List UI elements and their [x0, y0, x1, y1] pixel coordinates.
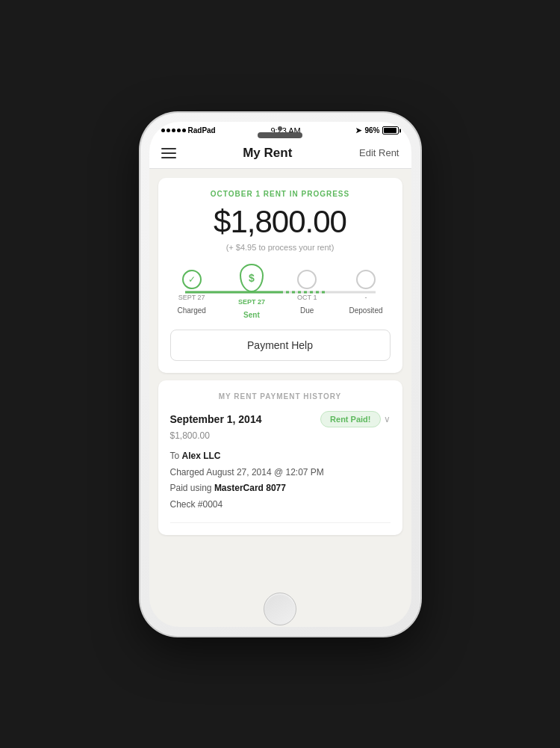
battery-percent: 96% — [364, 126, 379, 135]
history-item-date: September 1, 2014 — [170, 413, 262, 425]
rent-amount: $1,800.00 — [170, 204, 391, 240]
chevron-down-icon[interactable]: ∨ — [384, 414, 391, 424]
payment-timeline: ✓ SEPT 27 Charged $ SEPT 27 Sent — [170, 265, 391, 320]
rent-card: OCTOBER 1 RENT IN PROGRESS $1,800.00 (+ … — [158, 178, 402, 374]
node-charged-icon: ✓ — [182, 270, 202, 289]
carrier-name: RadPad — [188, 126, 216, 135]
hamburger-line-3 — [161, 157, 176, 158]
node-charged-label: Charged — [178, 306, 206, 315]
battery-indicator — [382, 126, 399, 135]
node-deposited-label: Deposited — [349, 306, 382, 315]
node-deposited-icon — [356, 270, 376, 289]
phone-device: RadPad 9:23 AM ➤ 96% My Rent Edit R — [140, 113, 420, 636]
node-sent-label: Sent — [243, 311, 260, 319]
history-payee: Alex LLC — [182, 451, 221, 461]
timeline-step-due: OCT 1 Due — [297, 270, 317, 315]
history-item: September 1, 2014 Rent Paid! ∨ $1,800.00… — [170, 411, 391, 522]
location-arrow-icon: ➤ — [355, 126, 361, 135]
history-item-details: To Alex LLC Charged August 27, 2014 @ 12… — [170, 448, 391, 513]
history-section-title: MY RENT PAYMENT HISTORY — [170, 392, 391, 401]
edit-rent-button[interactable]: Edit Rent — [359, 147, 399, 158]
signal-dot-3 — [172, 129, 175, 132]
signal-dots — [161, 129, 186, 132]
battery-fill — [384, 128, 396, 133]
node-sent-icon: $ — [240, 264, 264, 292]
signal-dot-1 — [161, 129, 165, 132]
node-due-label: Due — [300, 306, 314, 315]
screen-content: OCTOBER 1 RENT IN PROGRESS $1,800.00 (+ … — [149, 169, 411, 627]
node-due-icon — [297, 270, 317, 289]
nav-bar: My Rent Edit Rent — [149, 138, 411, 169]
hamburger-menu[interactable] — [161, 148, 176, 158]
home-button[interactable] — [264, 593, 296, 625]
page-title: My Rent — [243, 146, 292, 161]
signal-dot-2 — [167, 129, 170, 132]
rent-paid-badge: Rent Paid! — [320, 411, 380, 427]
signal-dot-5 — [182, 129, 186, 132]
status-left: RadPad — [161, 126, 216, 135]
rent-status-label: OCTOBER 1 RENT IN PROGRESS — [170, 190, 391, 198]
node-charged-date: SEPT 27 — [178, 294, 205, 303]
history-card: MY RENT PAYMENT HISTORY September 1, 201… — [158, 380, 402, 534]
rent-fee: (+ $4.95 to process your rent) — [170, 243, 391, 252]
node-sent-date: SEPT 27 — [238, 298, 265, 307]
timeline-step-charged: ✓ SEPT 27 Charged — [178, 270, 206, 315]
hamburger-line-2 — [161, 152, 176, 154]
speaker — [258, 132, 302, 138]
history-item-header: September 1, 2014 Rent Paid! ∨ — [170, 411, 391, 427]
history-payment-method: MasterCard 8077 — [214, 483, 286, 493]
phone-screen: RadPad 9:23 AM ➤ 96% My Rent Edit R — [149, 122, 411, 627]
history-check-number: Check #0004 — [170, 499, 223, 510]
history-item-amount: $1,800.00 — [170, 430, 391, 441]
timeline-nodes: ✓ SEPT 27 Charged $ SEPT 27 Sent — [178, 265, 383, 320]
node-deposited-date: - — [364, 294, 367, 303]
status-right: ➤ 96% — [355, 126, 399, 135]
node-due-date: OCT 1 — [297, 294, 317, 303]
battery-icon — [382, 126, 399, 135]
timeline-step-sent: $ SEPT 27 Sent — [238, 265, 265, 320]
hamburger-line-1 — [161, 148, 176, 149]
signal-dot-4 — [177, 129, 181, 132]
timeline-step-deposited: - Deposited — [349, 270, 382, 315]
rent-paid-badge-container: Rent Paid! ∨ — [320, 411, 390, 427]
payment-help-button[interactable]: Payment Help — [170, 330, 391, 361]
